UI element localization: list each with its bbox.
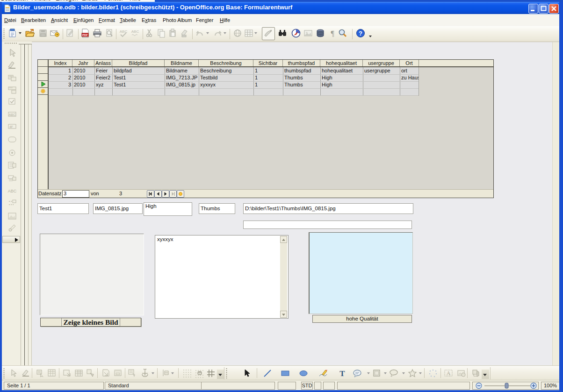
svg-text:T: T	[339, 369, 345, 378]
svg-text:A: A	[447, 370, 451, 377]
svg-text:4F: 4F	[9, 125, 13, 128]
svg-text:ABC: ABC	[131, 29, 139, 34]
svg-text:¶: ¶	[331, 29, 334, 37]
svg-text:?: ?	[359, 30, 362, 37]
svg-text:PDF: PDF	[82, 34, 88, 36]
svg-text:ABC: ABC	[9, 113, 15, 116]
svg-text:ABC: ABC	[8, 189, 17, 193]
